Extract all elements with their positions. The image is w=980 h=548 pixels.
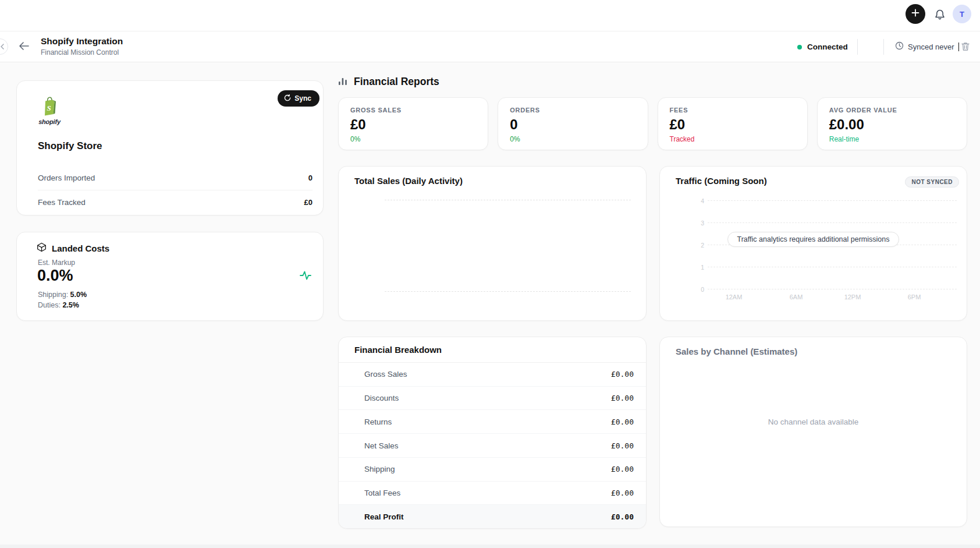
table-row: Gross Sales £0.00 <box>339 363 646 386</box>
stat-label: AVG ORDER VALUE <box>829 107 955 114</box>
total-sales-panel: Total Sales (Daily Activity) <box>338 166 647 321</box>
plus-icon <box>911 8 920 20</box>
user-avatar[interactable]: T <box>953 5 971 23</box>
row-value: £0.00 <box>611 512 634 521</box>
back-button[interactable] <box>17 41 30 54</box>
row-label: Net Sales <box>364 441 399 450</box>
empty-state-message: No channel data available <box>660 418 967 426</box>
status-label: Connected <box>807 43 848 51</box>
stat-sub: 0% <box>510 135 635 143</box>
stat-row-label: Fees Tracked <box>38 198 86 207</box>
synced-status: Synced never <box>895 31 959 62</box>
traffic-title: Traffic (Coming Soon) <box>676 176 767 186</box>
row-value: £0.00 <box>611 489 634 497</box>
y-axis-tick: 3 <box>660 220 704 227</box>
content-area: S shopify Sync Shopify Store Orders Impo… <box>0 62 980 548</box>
duties-detail: Duties: 2.5% <box>38 301 79 309</box>
table-row: Discounts £0.00 <box>339 386 646 410</box>
section-title: Financial Reports <box>354 76 439 88</box>
x-axis-tick: 6PM <box>908 294 921 300</box>
activity-icon <box>300 270 311 284</box>
total-sales-title: Total Sales (Daily Activity) <box>354 176 463 186</box>
y-axis-tick: 2 <box>660 242 704 249</box>
shipping-detail: Shipping: 5.0% <box>38 291 87 299</box>
refresh-icon <box>284 94 291 103</box>
gridline <box>385 200 631 200</box>
landed-costs-header: Landed Costs <box>37 242 109 254</box>
stats-row: GROSS SALES £0 0% ORDERS 0 0% FEES £0 Tr… <box>338 97 967 150</box>
store-stats: Orders Imported 0 Fees Tracked £0 <box>38 166 313 214</box>
row-value: £0.00 <box>611 394 634 402</box>
duties-label: Duties: <box>38 301 61 309</box>
stat-card-orders: ORDERS 0 0% <box>498 97 648 150</box>
table-row: Returns £0.00 <box>339 409 646 433</box>
permissions-message: Traffic analytics requires additional pe… <box>727 232 900 247</box>
window-bottom-edge <box>0 545 980 548</box>
sync-button-label: Sync <box>294 94 311 102</box>
landed-costs-card: Landed Costs Est. Markup 0.0% Shipping: … <box>16 232 324 321</box>
row-label: Gross Sales <box>364 370 407 379</box>
topbar: T <box>0 0 980 31</box>
not-synced-badge: NOT SYNCED <box>905 176 959 188</box>
breakdown-table: Gross Sales £0.00 Discounts £0.00 Return… <box>339 363 646 528</box>
stat-card-avg-order-value: AVG ORDER VALUE £0.00 Real-time <box>817 97 967 150</box>
shopify-logo-icon: S shopify <box>37 96 62 124</box>
package-icon <box>37 242 47 254</box>
svg-text:S: S <box>47 104 51 112</box>
stat-sub: Real-time <box>829 135 955 143</box>
chart-grid-row: 4 <box>660 200 957 207</box>
stat-label: FEES <box>670 107 796 114</box>
row-value: £0.00 <box>611 465 634 473</box>
store-card-title: Shopify Store <box>38 140 102 152</box>
markup-label: Est. Markup <box>38 259 75 267</box>
page-subtitle: Financial Mission Control <box>41 48 123 56</box>
stat-row-value: 0 <box>308 174 313 182</box>
gridline <box>708 222 957 223</box>
shopify-wordmark: shopify <box>37 118 62 125</box>
store-stat-row: Fees Tracked £0 <box>38 190 313 214</box>
table-row-total: Real Profit £0.00 <box>339 504 646 528</box>
delete-integration-button[interactable] <box>959 41 972 54</box>
x-axis-tick: 12PM <box>844 294 861 300</box>
stat-card-fees: FEES £0 Tracked <box>658 97 808 150</box>
row-label: Total Fees <box>364 489 400 497</box>
gridline <box>708 200 957 201</box>
stat-sub: Tracked <box>670 135 796 143</box>
page-title: Shopify Integration <box>41 36 123 47</box>
shipping-label: Shipping: <box>38 291 68 299</box>
y-axis-tick: 4 <box>660 197 704 204</box>
row-label: Real Profit <box>364 512 404 521</box>
sync-button[interactable]: Sync <box>278 90 319 107</box>
stat-label: GROSS SALES <box>350 107 476 114</box>
financial-reports-header: Financial Reports <box>338 76 439 88</box>
stat-row-value: £0 <box>304 198 313 207</box>
breakdown-title: Financial Breakdown <box>339 337 646 363</box>
header-divider <box>857 39 858 55</box>
store-stat-row: Orders Imported 0 <box>38 166 313 190</box>
stat-row-label: Orders Imported <box>38 174 95 182</box>
table-row: Net Sales £0.00 <box>339 433 646 457</box>
stat-sub: 0% <box>350 135 476 143</box>
page-header: Shopify Integration Financial Mission Co… <box>0 31 980 62</box>
notifications-button[interactable] <box>932 8 947 24</box>
table-row: Total Fees £0.00 <box>339 481 646 505</box>
x-axis-tick: 6AM <box>790 294 803 300</box>
landed-costs-title: Landed Costs <box>52 243 109 253</box>
gridline <box>385 291 631 292</box>
gridline <box>708 267 957 267</box>
shipping-value: 5.0% <box>70 291 87 299</box>
create-button[interactable] <box>906 4 925 24</box>
sidebar-collapse-button[interactable] <box>0 38 8 55</box>
synced-label: Synced never <box>908 43 954 51</box>
markup-value: 0.0% <box>37 267 73 285</box>
chart-grid-row: 3 <box>660 222 957 229</box>
status-dot <box>797 45 802 50</box>
row-value: £0.00 <box>611 370 634 379</box>
header-divider <box>883 39 884 55</box>
stat-label: ORDERS <box>510 107 635 114</box>
table-row: Shipping £0.00 <box>339 457 646 481</box>
row-label: Shipping <box>364 465 395 473</box>
row-value: £0.00 <box>611 441 634 450</box>
x-axis-tick: 12AM <box>726 294 743 300</box>
trash-icon <box>961 41 970 54</box>
